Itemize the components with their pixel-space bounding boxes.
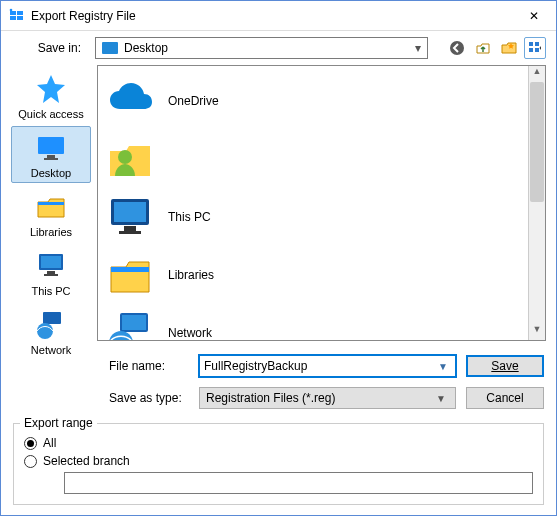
file-label: Network bbox=[168, 326, 212, 340]
svg-rect-11 bbox=[47, 155, 55, 158]
this-pc-large-icon bbox=[106, 193, 154, 241]
export-range-legend: Export range bbox=[20, 416, 97, 430]
file-label: OneDrive bbox=[168, 94, 219, 108]
filename-combo[interactable]: ▼ bbox=[199, 355, 456, 377]
list-item-onedrive[interactable]: OneDrive bbox=[102, 72, 524, 130]
chevron-down-icon[interactable]: ▼ bbox=[435, 361, 451, 372]
svg-rect-1 bbox=[17, 11, 23, 15]
svg-point-20 bbox=[118, 150, 132, 164]
scroll-up-icon[interactable]: ▲ bbox=[529, 66, 545, 82]
svg-rect-18 bbox=[43, 312, 61, 324]
svg-rect-0 bbox=[10, 11, 16, 15]
filename-label: File name: bbox=[109, 359, 189, 373]
titlebar: Export Registry File ✕ bbox=[1, 1, 556, 31]
svg-rect-22 bbox=[114, 202, 146, 222]
network-large-icon bbox=[106, 309, 154, 340]
back-button[interactable] bbox=[446, 37, 468, 59]
places-libraries[interactable]: Libraries bbox=[11, 185, 91, 242]
svg-rect-10 bbox=[38, 137, 64, 154]
export-range-fieldset: Export range All Selected branch bbox=[13, 423, 544, 505]
savein-combo[interactable]: Desktop ▾ bbox=[95, 37, 428, 59]
filetype-value: Registration Files (*.reg) bbox=[206, 391, 433, 405]
svg-rect-12 bbox=[44, 158, 58, 160]
savein-value: Desktop bbox=[124, 41, 409, 55]
user-folder-icon bbox=[106, 135, 154, 183]
file-list-panel: OneDrive This PC bbox=[97, 65, 546, 341]
svg-rect-16 bbox=[47, 271, 55, 274]
desktop-icon bbox=[102, 42, 118, 54]
svg-point-5 bbox=[450, 41, 464, 55]
file-label: This PC bbox=[168, 210, 211, 224]
chevron-down-icon: ▾ bbox=[409, 41, 427, 55]
svg-point-19 bbox=[37, 323, 53, 339]
list-item-user[interactable] bbox=[102, 130, 524, 188]
filetype-label: Save as type: bbox=[109, 391, 189, 405]
savein-label: Save in: bbox=[11, 41, 81, 55]
radio-selected-branch[interactable] bbox=[24, 455, 37, 468]
radio-all[interactable] bbox=[24, 437, 37, 450]
libraries-large-icon bbox=[106, 251, 154, 299]
close-button[interactable]: ✕ bbox=[511, 1, 556, 30]
close-icon: ✕ bbox=[529, 9, 539, 23]
save-button[interactable]: Save bbox=[466, 355, 544, 377]
up-one-level-button[interactable] bbox=[472, 37, 494, 59]
filetype-combo[interactable]: Registration Files (*.reg) ▼ bbox=[199, 387, 456, 409]
places-this-pc[interactable]: This PC bbox=[11, 244, 91, 301]
selected-branch-input[interactable] bbox=[64, 472, 533, 494]
svg-rect-15 bbox=[41, 256, 61, 268]
svg-rect-13 bbox=[38, 202, 64, 205]
window-title: Export Registry File bbox=[31, 9, 511, 23]
svg-rect-17 bbox=[44, 274, 58, 276]
scroll-thumb[interactable] bbox=[530, 82, 544, 202]
scrollbar[interactable]: ▲ ▼ bbox=[528, 66, 545, 340]
radio-selected-branch-label: Selected branch bbox=[43, 454, 130, 468]
desktop-monitor-icon bbox=[35, 132, 67, 164]
place-label: Desktop bbox=[31, 167, 71, 179]
filename-input[interactable] bbox=[204, 359, 435, 373]
fields-area: File name: ▼ Save Save as type: Registra… bbox=[1, 347, 556, 419]
svg-point-4 bbox=[10, 8, 13, 11]
radio-selected-branch-row[interactable]: Selected branch bbox=[24, 454, 533, 468]
export-registry-dialog: Export Registry File ✕ Save in: Desktop … bbox=[0, 0, 557, 516]
svg-rect-25 bbox=[111, 267, 149, 272]
svg-rect-9 bbox=[535, 48, 539, 52]
file-label: Libraries bbox=[168, 268, 214, 282]
svg-rect-24 bbox=[119, 231, 141, 234]
cancel-button[interactable]: Cancel bbox=[466, 387, 544, 409]
svg-rect-3 bbox=[17, 16, 23, 20]
this-pc-icon bbox=[35, 250, 67, 282]
svg-rect-7 bbox=[535, 42, 539, 46]
radio-all-label: All bbox=[43, 436, 56, 450]
savein-toolbar: Save in: Desktop ▾ bbox=[1, 31, 556, 65]
app-icon bbox=[9, 8, 25, 24]
svg-rect-6 bbox=[529, 42, 533, 46]
place-label: Libraries bbox=[30, 226, 72, 238]
list-item-this-pc[interactable]: This PC bbox=[102, 188, 524, 246]
view-menu-button[interactable] bbox=[524, 37, 546, 59]
libraries-icon bbox=[35, 191, 67, 223]
toolbar-nav-icons bbox=[446, 37, 546, 59]
svg-rect-27 bbox=[122, 315, 146, 330]
places-quick-access[interactable]: Quick access bbox=[11, 67, 91, 124]
places-bar: Quick access Desktop Libraries This PC bbox=[11, 65, 91, 341]
place-label: Quick access bbox=[18, 108, 83, 120]
chevron-down-icon[interactable]: ▼ bbox=[433, 393, 449, 404]
list-item-network[interactable]: Network bbox=[102, 304, 524, 340]
radio-all-row[interactable]: All bbox=[24, 436, 533, 450]
place-label: This PC bbox=[31, 285, 70, 297]
new-folder-button[interactable] bbox=[498, 37, 520, 59]
network-icon bbox=[35, 309, 67, 341]
scroll-down-icon[interactable]: ▼ bbox=[529, 324, 545, 340]
onedrive-icon bbox=[106, 77, 154, 125]
svg-rect-8 bbox=[529, 48, 533, 52]
quick-access-icon bbox=[35, 73, 67, 105]
list-item-libraries[interactable]: Libraries bbox=[102, 246, 524, 304]
body-area: Quick access Desktop Libraries This PC bbox=[1, 65, 556, 347]
places-desktop[interactable]: Desktop bbox=[11, 126, 91, 183]
file-list[interactable]: OneDrive This PC bbox=[98, 66, 528, 340]
svg-rect-2 bbox=[10, 16, 16, 20]
svg-rect-23 bbox=[124, 226, 136, 231]
